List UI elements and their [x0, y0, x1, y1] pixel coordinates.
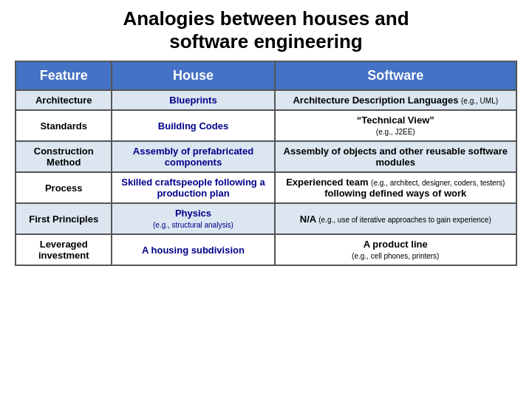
- col-header-software: Software: [275, 61, 516, 90]
- software-cell: Assembly of objects and other reusable s…: [275, 141, 516, 172]
- comparison-table: Feature House Software Architecture Blue…: [15, 61, 517, 266]
- col-header-feature: Feature: [16, 61, 112, 90]
- software-cell: A product line (e.g., cell phones, print…: [275, 234, 516, 265]
- feature-cell: Leveraged investment: [16, 234, 112, 265]
- table-row: Construction Method Assembly of prefabri…: [16, 141, 516, 172]
- software-small: (e.g., J2EE): [376, 128, 415, 136]
- table-row: First Principles Physics (e.g., structur…: [16, 203, 516, 234]
- software-cell: Experienced team (e.g., architect, desig…: [275, 172, 516, 203]
- feature-cell: Standards: [16, 110, 112, 141]
- page: Analogies between houses and software en…: [0, 0, 532, 399]
- house-cell: Assembly of prefabricated components: [112, 141, 274, 172]
- title-line2: software engineering: [169, 30, 363, 52]
- software-sub: (e.g., cell phones, printers): [352, 252, 439, 260]
- house-cell: Skilled craftspeople following a product…: [112, 172, 274, 203]
- software-cell: N/A (e.g., use of iterative approaches t…: [275, 203, 516, 234]
- table-row: Process Skilled craftspeople following a…: [16, 172, 516, 203]
- software-text: “Technical View”: [357, 115, 434, 126]
- col-header-house: House: [112, 61, 274, 90]
- table-row: Architecture Blueprints Architecture Des…: [16, 90, 516, 110]
- house-cell: Physics (e.g., structural analysis): [112, 203, 274, 234]
- software-text: A product line: [364, 239, 428, 250]
- house-cell: Building Codes: [112, 110, 274, 141]
- software-cell: “Technical View” (e.g., J2EE): [275, 110, 516, 141]
- table-row: Leveraged investment A housing subdivisi…: [16, 234, 516, 265]
- table-row: Standards Building Codes “Technical View…: [16, 110, 516, 141]
- house-cell: Blueprints: [112, 90, 274, 110]
- house-text: Physics: [175, 208, 211, 219]
- feature-cell: Process: [16, 172, 112, 203]
- page-title: Analogies between houses and software en…: [123, 7, 409, 53]
- house-small: (e.g., structural analysis): [153, 221, 233, 229]
- software-prefix: N/A: [300, 214, 316, 225]
- software-small: (e.g., UML): [461, 97, 498, 105]
- title-line1: Analogies between houses and: [123, 7, 409, 30]
- software-text: following defined ways of work: [324, 188, 466, 199]
- software-text: Architecture Description Languages: [293, 95, 458, 106]
- software-prefix: Experienced team: [286, 177, 368, 188]
- software-prefix-small: (e.g., use of iterative approaches to ga…: [318, 216, 491, 224]
- software-cell: Architecture Description Languages (e.g.…: [275, 90, 516, 110]
- house-cell: A housing subdivision: [112, 234, 274, 265]
- feature-cell: First Principles: [16, 203, 112, 234]
- feature-cell: Architecture: [16, 90, 112, 110]
- software-prefix-small: (e.g., architect, designer, coders, test…: [371, 179, 505, 187]
- feature-cell: Construction Method: [16, 141, 112, 172]
- table-header-row: Feature House Software: [16, 61, 516, 90]
